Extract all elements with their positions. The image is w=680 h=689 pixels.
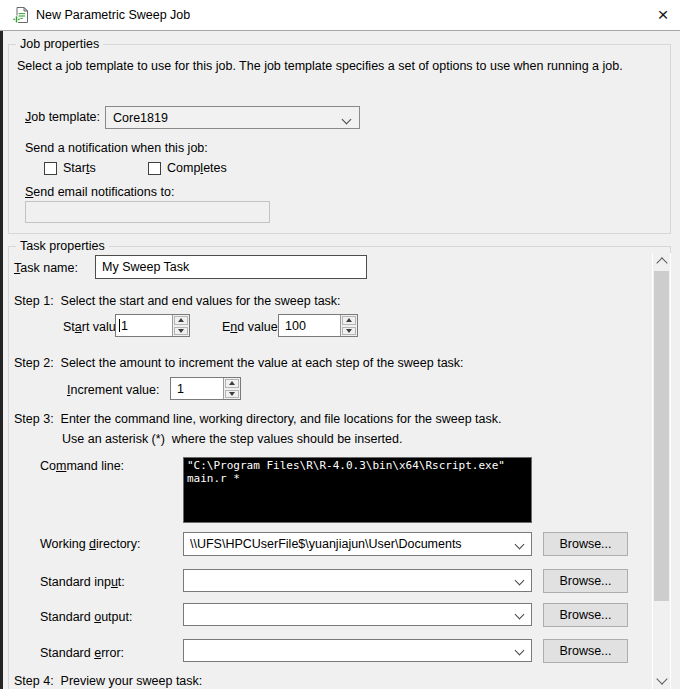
step4-label: Step 4: Preview your sweep task: [14,674,202,689]
spin-down-icon [346,329,352,333]
vertical-scrollbar[interactable] [652,253,671,689]
step2-label: Step 2: Select the amount to increment t… [14,356,464,371]
end-value-down-button[interactable] [342,327,356,336]
standard-error-combobox [183,639,532,662]
email-notifications-label: Send email notifications to: [25,185,174,200]
end-value-spinner[interactable]: 100 [278,314,358,337]
increment-value: 1 [177,382,184,396]
start-value: 1 [121,319,128,333]
standard-input-combobox [183,569,532,592]
increment-value-label: Increment value: [67,383,159,398]
standard-input-input[interactable] [183,569,532,592]
job-template-description: Select a job template to use for this jo… [17,59,623,74]
start-value-down-button[interactable] [174,327,188,336]
notification-label: Send a notification when this job: [25,141,208,156]
command-line-text: "C:\Program Files\R\R-4.0.3\bin\x64\Rscr… [184,458,531,486]
standard-input-browse-button[interactable]: Browse... [543,569,628,593]
job-properties-group-title: Job properties [16,37,103,51]
working-directory-combobox [183,532,532,556]
working-directory-browse-button[interactable]: Browse... [543,532,628,556]
close-button[interactable]: × [650,3,676,27]
standard-output-input[interactable] [183,603,532,626]
task-properties-group-title: Task properties [16,239,109,253]
standard-input-label: Standard input: [40,575,125,590]
command-line-input[interactable]: "C:\Program Files\R\R-4.0.3\bin\x64\Rscr… [183,457,532,523]
standard-error-label: Standard error: [40,646,124,661]
text-caret [119,319,120,332]
end-value-up-button[interactable] [342,316,356,325]
spin-down-icon [178,329,184,333]
standard-error-browse-button[interactable]: Browse... [543,639,628,663]
chevron-down-icon [656,673,667,684]
step1-label: Step 1: Select the start and end values … [14,294,341,309]
chevron-up-icon [656,257,667,268]
starts-checkbox[interactable] [44,162,57,175]
standard-output-label: Standard output: [40,610,132,625]
spin-up-icon [229,381,235,385]
dialog-title: New Parametric Sweep Job [36,8,190,22]
working-directory-input[interactable] [183,532,532,556]
job-template-dropdown[interactable]: Core1819 [105,106,360,129]
spin-down-icon [229,392,235,396]
chevron-down-icon [342,115,352,125]
standard-output-browse-button[interactable]: Browse... [543,603,628,627]
step3-label: Step 3: Enter the command line, working … [14,412,502,427]
working-directory-label: Working directory: [40,537,141,552]
start-value-spinner[interactable]: 1 [115,314,190,337]
standard-error-input[interactable] [183,639,532,662]
task-name-input[interactable] [95,255,367,279]
spin-up-icon [346,318,352,322]
job-template-label: Job template: [25,110,100,125]
left-edge-strip [0,31,3,689]
scroll-up-button[interactable] [653,253,670,270]
completes-checkbox[interactable] [148,162,161,175]
starts-checkbox-label[interactable]: Starts [63,161,96,176]
scrollbar-thumb[interactable] [654,271,669,601]
increment-value-up-button[interactable] [225,379,239,388]
completes-checkbox-label[interactable]: Completes [167,161,227,176]
increment-value-spinner[interactable]: 1 [170,377,241,400]
step3-note: Use an asterisk (*) where the step value… [62,432,402,447]
scroll-down-button[interactable] [653,672,670,689]
increment-value-down-button[interactable] [225,390,239,399]
task-name-label: Task name: [14,261,78,276]
spin-up-icon [178,318,184,322]
end-value-label: End value: [222,320,281,335]
command-line-label: Command line: [40,459,124,474]
job-template-value: Core1819 [106,111,168,125]
new-job-document-icon [12,6,30,24]
email-notifications-input[interactable] [25,201,270,223]
new-parametric-sweep-job-dialog: New Parametric Sweep Job × Job propertie… [0,0,680,689]
end-value: 100 [285,319,306,333]
start-value-up-button[interactable] [174,316,188,325]
title-bar: New Parametric Sweep Job × [0,0,680,31]
standard-output-combobox [183,603,532,626]
